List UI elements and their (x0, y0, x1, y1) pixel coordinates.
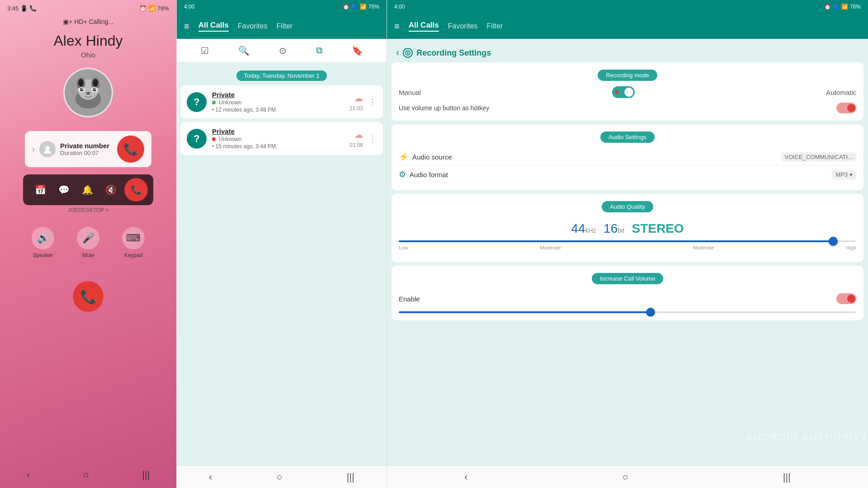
volume-slider-fill (399, 311, 651, 313)
bit-unit: bit (618, 227, 624, 234)
recording-mode-toggle[interactable] (612, 86, 635, 98)
battery-panel2: 76% (368, 4, 379, 10)
audio-quality-card: Audio Quality 44kHz 16bit STEREO Low Mod… (392, 194, 863, 262)
call-sub-2: Unknown (212, 136, 344, 142)
back-nav-p2[interactable]: ‹ (209, 471, 212, 483)
mute-label: Mute (82, 252, 94, 258)
svg-point-5 (78, 79, 83, 87)
message-button[interactable]: 💬 (52, 180, 75, 200)
mute-ctrl-button[interactable]: 🎤 Mute (77, 227, 99, 258)
caller-location: Ohio (81, 51, 95, 59)
call-log-item-2[interactable]: ? Private Unknown • 15 minutes ago, 3:44… (180, 122, 383, 155)
hotkey-toggle[interactable] (836, 103, 856, 113)
bottom-controls: 🔊 Speaker 🎤 Mute ⌨ Keypad (20, 227, 156, 258)
tab-favorites[interactable]: Favorites (238, 22, 268, 30)
quality-stereo: STEREO (632, 221, 684, 235)
notification-button[interactable]: 🔔 (75, 180, 99, 200)
tab-all-calls-p3[interactable]: All Calls (409, 21, 439, 32)
bookmark-icon[interactable]: 🔖 (352, 45, 363, 56)
calling-label: ▣+ HD+ Calling... (63, 18, 113, 25)
audio-source-label-group: ⚡ Audio source (399, 152, 452, 162)
quality-slider-track (399, 240, 856, 242)
audio-source-row: ⚡ Audio source VOICE_COMMUNICATI... (399, 148, 856, 166)
phone-icon: 📳 (20, 5, 28, 12)
call-sub-1: Unknown (212, 99, 344, 106)
speaker-button[interactable]: 🔊 Speaker (32, 227, 54, 258)
hz-unit: kHz (585, 227, 596, 234)
call-item-duration: Duration 00:07 (60, 150, 113, 156)
equalizer-icon: ≡ (184, 21, 189, 32)
wifi-icon-p3: 📶 (841, 4, 848, 10)
more-button-2[interactable]: ⋮ (368, 134, 377, 144)
avatar (63, 68, 113, 117)
mute-button[interactable]: 🔇 (99, 180, 123, 200)
back-nav-p3[interactable]: ‹ (464, 471, 467, 483)
quality-slider-fill (399, 240, 833, 242)
call-log-item[interactable]: ? Private Unknown • 12 minutes ago, 3:48… (180, 85, 383, 118)
audio-settings-card: Audio Settings ⚡ Audio source VOICE_COMM… (392, 124, 863, 190)
recording-mode-chip: Recording mode (598, 70, 657, 81)
search-icon[interactable]: 🔍 (238, 45, 250, 56)
bt-icon-p2: 🔵 (351, 4, 358, 10)
tab-favorites-p3[interactable]: Favorites (448, 22, 478, 30)
enable-label: Enable (399, 295, 420, 303)
hd-icon: ▣+ (63, 18, 72, 25)
call-item-info: Private number Duration 00:07 (60, 142, 113, 156)
enable-toggle[interactable] (836, 293, 856, 304)
speaker-label: Speaker (33, 252, 53, 258)
back-button[interactable]: ‹ (396, 47, 399, 59)
end-call-big-button[interactable]: 📞 (73, 281, 104, 312)
end-call-small-button[interactable]: 📞 (117, 136, 144, 163)
calendar-button[interactable]: 📅 (28, 180, 52, 200)
svg-point-11 (81, 89, 83, 90)
recent-nav-p3[interactable]: ||| (783, 471, 791, 483)
nav-bar-panel3: ‹ ○ ||| (387, 465, 868, 488)
call-item-name: Private number (60, 142, 113, 150)
tab-filter-p3[interactable]: Filter (487, 22, 503, 30)
audio-format-icon: ⚙ (399, 169, 406, 179)
call-time-2: • 15 minutes ago, 3:44 PM (212, 143, 344, 150)
recent-nav-p2[interactable]: ||| (347, 471, 354, 483)
audio-settings-chip: Audio Settings (600, 131, 655, 143)
audio-format-label: Audio format (410, 171, 448, 178)
chevron-right-icon: › (32, 145, 35, 154)
hotkey-knob (847, 104, 855, 112)
settings-page-header: ‹ Recording Settings (392, 43, 863, 62)
cloud-icon-1: ☁ (354, 93, 363, 103)
calling-screen: 3:45 📳 📞 ⏰ 📶 78% ▣+ HD+ Calling... Alex … (0, 0, 176, 488)
audio-format-value[interactable]: MP3 ▾ (832, 170, 856, 179)
toggle-dot (615, 90, 619, 94)
joedesktop-label[interactable]: JOEDESKTOP > (68, 207, 109, 213)
record-icon[interactable]: ⊙ (279, 45, 287, 56)
increase-volume-card: Increase Call Volume Enable (392, 266, 863, 320)
home-nav-p3[interactable]: ○ (622, 471, 628, 483)
cloud-icon-2: ☁ (354, 129, 363, 140)
more-button-1[interactable]: ⋮ (368, 97, 377, 107)
tab-all-calls[interactable]: All Calls (198, 21, 229, 32)
recent-nav-button[interactable]: ||| (142, 469, 150, 481)
keypad-label: Keypad (124, 252, 143, 258)
time-panel2: 4:00 (184, 4, 194, 10)
quality-slider-labels: Low Moderate Moderate High (399, 245, 856, 250)
time-panel1: 3:45 (7, 5, 19, 12)
call-name-1: Private (212, 91, 344, 99)
back-nav-button[interactable]: ‹ (27, 469, 30, 481)
settings-record-icon (403, 48, 413, 58)
end-call-action-button[interactable]: 📞 (124, 178, 148, 202)
quality-slider-thumb[interactable] (829, 237, 838, 246)
call-info-2: Private Unknown • 15 minutes ago, 3:44 P… (212, 127, 344, 150)
audio-quality-chip: Audio Quality (602, 201, 653, 212)
call-avatar-2: ? (187, 129, 207, 149)
home-nav-button[interactable]: ○ (83, 469, 89, 481)
svg-point-6 (93, 79, 98, 87)
volume-slider-track (399, 311, 856, 313)
copy-icon[interactable]: ⧉ (316, 45, 322, 56)
home-nav-p2[interactable]: ○ (276, 471, 282, 483)
tab-filter[interactable]: Filter (277, 22, 293, 30)
check-icon[interactable]: ☑ (201, 45, 209, 56)
audio-source-value[interactable]: VOICE_COMMUNICATI... (781, 152, 856, 162)
svg-point-14 (86, 92, 90, 95)
volume-slider-thumb[interactable] (646, 308, 655, 317)
keypad-button[interactable]: ⌨ Keypad (122, 227, 145, 258)
action-bar: 📅 💬 🔔 🔇 📞 (23, 174, 153, 205)
